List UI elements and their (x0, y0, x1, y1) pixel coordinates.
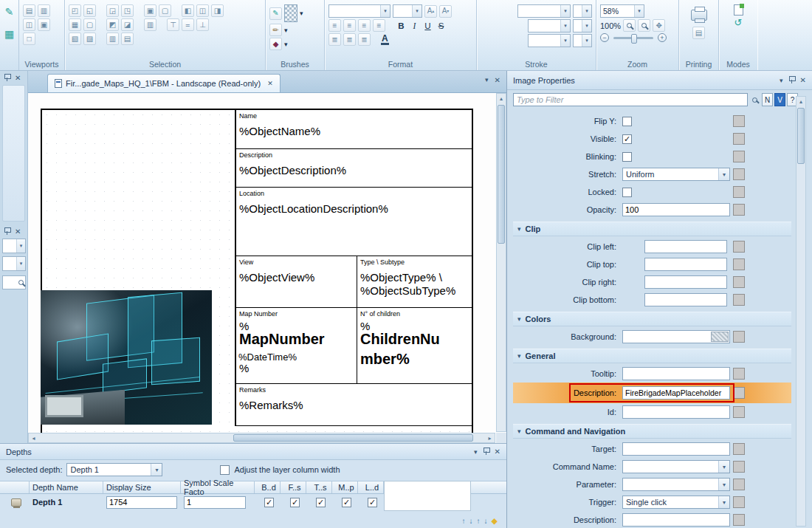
group-icon[interactable]: ▣ (144, 4, 156, 17)
align-middle-icon[interactable]: ＝ (182, 18, 194, 31)
target-extra-button[interactable] (733, 443, 745, 455)
properties-scroll-thumb[interactable] (797, 108, 805, 164)
depth-flag-3-checkbox[interactable] (316, 498, 326, 507)
viewport-add-icon[interactable]: ◫ (23, 18, 35, 31)
edit-tool-icon[interactable]: ✎ (5, 6, 14, 18)
fill-color-icon[interactable]: ◆ (269, 38, 282, 50)
align-center-icon[interactable]: ◫ (196, 4, 209, 17)
id-extra-button[interactable] (733, 406, 745, 418)
pencil-icon[interactable]: ✏ (269, 24, 282, 36)
parameter-combo[interactable]: ▾ (622, 478, 730, 491)
opacity-input[interactable] (622, 203, 730, 216)
rotate-icon[interactable]: ▥ (144, 18, 156, 31)
close-icon[interactable]: ✕ (15, 227, 21, 236)
close-document-icon[interactable]: ✕ (495, 76, 500, 84)
tooltip-input[interactable] (622, 367, 730, 380)
depth-options-icon[interactable]: ◆ (492, 516, 498, 526)
vertical-scroll-thumb[interactable] (498, 105, 505, 244)
dock-combo-2[interactable]: ▾ (2, 256, 26, 271)
text-align-center-icon[interactable]: ≡ (343, 19, 356, 32)
bold-button[interactable]: B (396, 20, 407, 32)
tab-list-icon[interactable]: ▾ (485, 76, 489, 84)
clip-bottom-extra-button[interactable] (733, 294, 745, 306)
filter-by-name-button[interactable]: N (762, 93, 773, 106)
column-depth-name[interactable]: Depth Name (30, 481, 103, 493)
viewport-swap-icon[interactable]: ▣ (38, 18, 50, 31)
close-icon[interactable]: ✕ (15, 74, 21, 82)
clip-top-input[interactable] (644, 258, 727, 271)
strikethrough-button[interactable]: S (436, 20, 447, 32)
pin-icon[interactable] (483, 448, 489, 456)
stroke-style-combo[interactable]: ▾ (517, 4, 571, 18)
pin-icon[interactable] (788, 76, 795, 84)
fill-dropdown-icon[interactable]: ▾ (284, 41, 288, 48)
text-justify-icon[interactable]: ≡ (373, 19, 385, 32)
select-lasso-icon[interactable]: ◱ (83, 4, 96, 17)
distribute-h-icon[interactable]: ▥ (106, 32, 119, 45)
align-bottom-icon[interactable]: ⊥ (196, 18, 209, 31)
font-color-button[interactable]: A (381, 34, 389, 45)
scroll-left-icon[interactable]: ◂ (29, 433, 38, 443)
filter-by-value-button[interactable]: V (774, 93, 785, 106)
clip-left-input[interactable] (644, 240, 727, 253)
display-size-input[interactable] (106, 496, 177, 509)
blinking-extra-button[interactable] (733, 151, 745, 162)
general-section-header[interactable]: ▾ General (513, 349, 791, 363)
horizontal-scrollbar[interactable]: ◂ ▸ (28, 433, 495, 443)
parameter-extra-button[interactable] (733, 479, 745, 490)
trigger-extra-button[interactable] (733, 496, 745, 508)
vertical-scrollbar[interactable]: ▴ (496, 93, 506, 432)
select-none-icon[interactable]: ▢ (83, 18, 96, 31)
stroke-dash-size-combo[interactable]: ▾ (573, 34, 592, 47)
scroll-up-icon[interactable]: ▴ (796, 97, 805, 106)
vertical-align-middle-icon[interactable]: ≣ (343, 33, 356, 46)
print-preview-icon[interactable]: ▤ (692, 27, 705, 39)
move-depth-bottom-icon[interactable]: ↓ (484, 517, 488, 525)
tab-close-icon[interactable]: ✕ (267, 80, 273, 87)
distribute-v-icon[interactable]: ▤ (121, 32, 134, 45)
horizontal-scroll-thumb[interactable] (233, 434, 473, 442)
description-input[interactable] (622, 386, 730, 400)
vertical-align-top-icon[interactable]: ≣ (328, 33, 341, 46)
clip-top-extra-button[interactable] (733, 258, 745, 270)
flip-y-checkbox[interactable] (622, 117, 632, 126)
adjust-column-width-checkbox[interactable] (220, 465, 230, 475)
underline-button[interactable]: U (422, 20, 433, 32)
description-extra-button[interactable] (733, 387, 745, 399)
clip-section-header[interactable]: ▾ Clip (513, 222, 791, 236)
embedded-photo[interactable] (41, 290, 212, 425)
italic-button[interactable]: I (409, 20, 420, 32)
command-navigation-section-header[interactable]: ▾ Command and Navigation (513, 424, 791, 439)
fill-pattern-swatch[interactable] (284, 4, 297, 22)
close-icon[interactable]: ✕ (495, 448, 500, 456)
pin-icon[interactable] (4, 227, 10, 236)
shrink-font-icon[interactable]: A▾ (439, 5, 452, 18)
move-depth-top-icon[interactable]: ↑ (477, 517, 481, 525)
brush-icon[interactable]: ✎ (269, 7, 282, 20)
locked-checkbox[interactable] (622, 188, 632, 197)
colors-section-header[interactable]: ▾ Colors (513, 312, 791, 326)
clip-left-extra-button[interactable] (733, 241, 745, 253)
stretch-extra-button[interactable] (733, 168, 745, 180)
zoom-in-tool-icon[interactable] (623, 19, 636, 32)
scroll-up-icon[interactable]: ▴ (497, 94, 506, 103)
close-icon[interactable]: ✕ (800, 76, 806, 84)
document-tab[interactable]: Fir...gade_Maps_HQ_1\FBM - Landscape (Re… (47, 74, 281, 92)
nav-description-input[interactable] (622, 513, 730, 527)
id-input[interactable] (622, 405, 730, 419)
zoom-percent-combo[interactable]: 58%▾ (600, 4, 644, 18)
lock-selection-icon[interactable]: ▨ (83, 32, 96, 45)
selected-depth-combo[interactable]: Depth 1▾ (66, 463, 162, 476)
clip-right-extra-button[interactable] (733, 276, 745, 288)
scroll-right-icon[interactable]: ▸ (485, 433, 495, 443)
font-size-combo[interactable]: ▾ (393, 4, 422, 18)
filter-input[interactable] (513, 93, 748, 106)
column-symbol-scale[interactable]: Symbol Scale Facto (181, 481, 255, 493)
stroke-cap-size-combo[interactable]: ▾ (573, 19, 592, 32)
invert-selection-icon[interactable]: ▧ (69, 32, 81, 45)
locked-extra-button[interactable] (733, 186, 745, 198)
text-align-left-icon[interactable]: ≡ (328, 19, 341, 32)
mode-document-icon[interactable] (734, 4, 743, 16)
trigger-combo[interactable]: Single click▾ (622, 496, 730, 509)
select-all-icon[interactable]: ▦ (69, 18, 81, 31)
